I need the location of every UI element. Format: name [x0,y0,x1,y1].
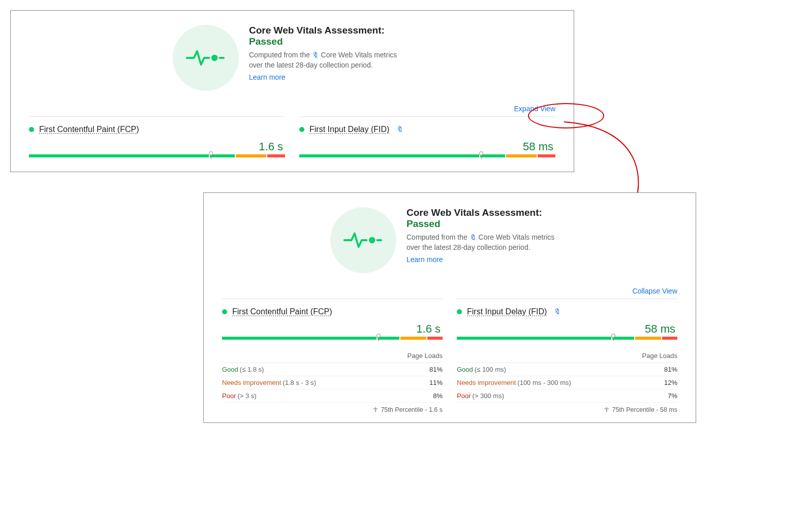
metric-name-fcp[interactable]: First Contentful Paint (FCP) [232,307,332,316]
metric-name-fid[interactable]: First Input Delay (FID) [467,307,547,316]
cwv-panel-expanded: Core Web Vitals Assessment: Passed Compu… [203,192,696,423]
assessment-title: Core Web Vitals Assessment: Passed [249,25,412,47]
svg-point-2 [369,237,375,243]
metric-name-fcp[interactable]: First Contentful Paint (FCP) [39,125,139,134]
status-dot-good [222,309,227,314]
dist-header: Page Loads [222,352,443,363]
assessment-header: Core Web Vitals Assessment: Passed Compu… [222,207,677,273]
dist-row-good: Good(≤ 100 ms) 81% [457,363,677,376]
assessment-status: Passed [249,36,283,47]
metric-value-fid: 58 ms [299,140,553,153]
metric-name-fid[interactable]: First Input Delay (FID) [309,125,389,134]
metric-bar-fcp [222,337,443,345]
percentile-fid: ☥ 75th Percentile - 58 ms [457,406,677,413]
metric-value-fcp: 1.6 s [29,140,283,153]
status-dot-good [29,127,34,132]
svg-point-0 [211,55,217,61]
dist-row-poor: Poor(> 300 ms) 7% [457,389,677,403]
bookmark-icon: 🔖︎ [396,125,403,134]
metric-fcp: First Contentful Paint (FCP) 1.6 s [29,116,285,162]
dist-row-good: Good(≤ 1.8 s) 81% [222,363,443,376]
vitals-pulse-icon [330,207,396,273]
learn-more-link[interactable]: Learn more [249,73,286,81]
dist-row-ni: Needs improvement(1.8 s - 3 s) 11% [222,376,443,389]
metric-bar-fid [457,337,677,345]
metric-fid-expanded: First Input Delay (FID) 🔖︎ 58 ms Page Lo… [457,299,677,413]
expand-view-link[interactable]: Expand View [514,105,555,113]
learn-more-link[interactable]: Learn more [407,255,443,264]
dist-row-ni: Needs improvement(100 ms - 300 ms) 12% [457,376,677,389]
bookmark-icon: 🔖︎ [470,234,477,242]
percentile-icon: ☥ [373,406,378,413]
percentile-fcp: ☥ 75th Percentile - 1.6 s [222,406,443,413]
status-dot-good [299,127,304,132]
percentile-icon: ☥ [604,406,609,413]
status-dot-good [457,309,462,314]
bookmark-icon: 🔖︎ [554,308,561,316]
assessment-status: Passed [407,218,441,229]
metric-bar-fcp [29,154,285,162]
metric-fid: First Input Delay (FID) 🔖︎ 58 ms [299,116,555,162]
assessment-subtitle: Computed from the 🔖︎ Core Web Vitals met… [407,233,569,252]
marker-icon [209,151,213,155]
assessment-subtitle: Computed from the 🔖︎ Core Web Vitals met… [249,50,412,70]
bookmark-icon: 🔖︎ [312,51,319,59]
vitals-pulse-icon [173,25,239,91]
metric-value-fid: 58 ms [457,322,675,336]
metric-fcp-expanded: First Contentful Paint (FCP) 1.6 s Page … [222,299,443,413]
dist-header: Page Loads [457,352,677,363]
assessment-title: Core Web Vitals Assessment: Passed [407,207,569,230]
cwv-panel-collapsed: Core Web Vitals Assessment: Passed Compu… [10,10,574,172]
collapse-view-link[interactable]: Collapse View [633,287,677,295]
metric-value-fcp: 1.6 s [222,322,441,336]
marker-icon [479,151,483,155]
dist-row-poor: Poor(> 3 s) 8% [222,389,443,403]
metric-bar-fid [299,154,555,162]
assessment-header: Core Web Vitals Assessment: Passed Compu… [29,25,555,91]
